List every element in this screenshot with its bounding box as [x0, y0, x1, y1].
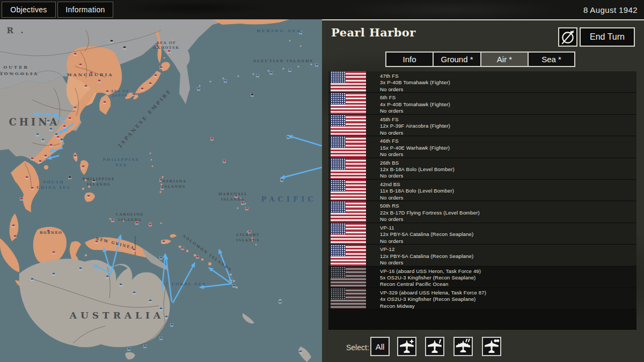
map-unit-marker[interactable]	[270, 71, 273, 73]
filter-dive-bomber-button[interactable]	[425, 337, 444, 356]
map-unit-marker[interactable]	[98, 79, 101, 82]
map-unit-marker[interactable]	[123, 46, 126, 48]
map-unit-marker[interactable]	[53, 272, 55, 275]
map-unit-marker[interactable]	[26, 176, 28, 178]
filter-level-bomber-button[interactable]	[453, 337, 473, 356]
unit-row[interactable]: 47th FS3x P-40B Tomahawk (Fighter)No ord…	[328, 71, 636, 93]
map-unit-marker[interactable]	[74, 106, 77, 108]
world-map[interactable]: R .OUTERMONGOLIAMANCHURIACHINASEA OFJAPA…	[0, 19, 322, 362]
unit-row[interactable]: 46th FS15x P-40E Warhawk (Fighter)No ord…	[328, 136, 636, 158]
map-unit-marker[interactable]	[85, 85, 87, 87]
map-marker-label	[74, 55, 77, 56]
map-marker-label	[143, 348, 147, 348]
unit-row[interactable]: VP-1212x PBY-5A Catalina (Recon Seaplane…	[328, 245, 636, 266]
map-unit-marker[interactable]	[79, 267, 82, 269]
map-unit-marker[interactable]	[120, 283, 122, 285]
map-unit-marker[interactable]	[160, 256, 163, 258]
map-unit-marker[interactable]	[168, 50, 171, 52]
map-unit-marker[interactable]	[31, 157, 34, 159]
map-unit-marker[interactable]	[211, 137, 214, 139]
map-unit-marker[interactable]	[144, 345, 147, 347]
map-unit-marker[interactable]	[39, 160, 42, 162]
map-unit-marker[interactable]	[160, 307, 163, 309]
map-unit-marker[interactable]	[163, 240, 165, 242]
map-unit-marker[interactable]	[251, 93, 254, 95]
map-unit-marker[interactable]	[181, 247, 184, 249]
objectives-button[interactable]: Objectives	[2, 2, 56, 18]
map-unit-marker[interactable]	[128, 348, 130, 350]
map-unit-marker[interactable]	[196, 255, 199, 257]
map-unit-marker[interactable]	[141, 87, 144, 90]
map-unit-marker[interactable]	[112, 219, 114, 221]
map-unit-marker[interactable]	[281, 179, 283, 181]
map-unit-marker[interactable]	[279, 300, 282, 302]
tab-air[interactable]: Air *	[480, 51, 529, 67]
map-unit-marker[interactable]	[160, 337, 163, 339]
map-unit-marker[interactable]	[106, 275, 109, 277]
unit-row[interactable]: 45th FS12x P-39F Airacobra (Fighter)No o…	[328, 115, 636, 136]
unit-row[interactable]: VP-329 (aboard USS Helena, Task Force 87…	[328, 288, 636, 309]
map-unit-marker[interactable]	[111, 40, 113, 42]
map-unit-marker[interactable]	[50, 128, 53, 130]
map-unit-marker[interactable]	[74, 53, 77, 55]
information-button[interactable]: Information	[57, 2, 113, 18]
map-unit-marker[interactable]	[20, 197, 23, 200]
map-unit-marker[interactable]	[55, 133, 58, 135]
map-unit-marker[interactable]	[299, 350, 302, 352]
map-unit-marker[interactable]	[87, 195, 90, 197]
map-unit-marker[interactable]	[197, 87, 200, 90]
tab-info[interactable]: Info	[385, 51, 434, 67]
map-unit-marker[interactable]	[50, 144, 53, 146]
map-unit-marker[interactable]	[246, 207, 248, 209]
map-unit-marker[interactable]	[36, 133, 39, 135]
map-unit-marker[interactable]	[233, 284, 236, 286]
map-unit-marker[interactable]	[14, 235, 17, 237]
tab-ground[interactable]: Ground *	[433, 51, 481, 67]
skip-turn-button[interactable]	[558, 27, 577, 47]
map-unit-marker[interactable]	[149, 299, 152, 301]
map-unit-marker[interactable]	[257, 74, 259, 76]
map-unit-marker[interactable]	[224, 79, 227, 82]
end-turn-button[interactable]: End Turn	[580, 27, 635, 47]
unit-row[interactable]: 42nd BS11x B-18A Bolo (Level Bomber)No o…	[328, 180, 636, 201]
map-unit-marker[interactable]	[241, 202, 244, 204]
unit-row[interactable]: VP-16 (aboard USS Heron, Task Force 49)5…	[328, 267, 636, 288]
select-all-button[interactable]: All	[370, 337, 390, 356]
filter-recon-seaplane-button[interactable]	[482, 337, 501, 356]
map-unit-marker[interactable]	[61, 138, 63, 141]
map-unit-marker[interactable]	[42, 138, 45, 141]
map-unit-marker[interactable]	[106, 90, 109, 92]
unit-row[interactable]: 50th RS22x B-17D Flying Fortress (Level …	[328, 201, 636, 223]
map-unit-marker[interactable]	[104, 101, 106, 103]
map-unit-marker[interactable]	[316, 63, 318, 65]
map-unit-marker[interactable]	[63, 125, 66, 127]
map-unit-marker[interactable]	[155, 74, 157, 76]
map-unit-marker[interactable]	[289, 69, 291, 71]
map-unit-marker[interactable]	[133, 93, 136, 95]
map-unit-marker[interactable]	[82, 165, 85, 167]
map-unit-marker[interactable]	[133, 291, 136, 293]
map-unit-marker[interactable]	[160, 66, 163, 68]
map-unit-marker[interactable]	[171, 323, 173, 326]
tab-sea[interactable]: Sea *	[528, 51, 575, 67]
map-unit-marker[interactable]	[149, 223, 152, 225]
unit-name: 6th FS	[380, 94, 450, 101]
map-unit-marker[interactable]	[149, 82, 152, 84]
map-unit-marker[interactable]	[223, 160, 226, 162]
filter-fighter-button[interactable]	[397, 337, 416, 356]
map-unit-marker[interactable]	[31, 187, 34, 189]
map-unit-marker[interactable]	[45, 154, 47, 157]
map-unit-marker[interactable]	[74, 154, 77, 157]
unit-row[interactable]: VP-1112x PBY-5A Catalina (Recon Seaplane…	[328, 223, 636, 245]
map-unit-marker[interactable]	[165, 315, 168, 317]
map-marker-label	[149, 85, 152, 85]
map-unit-marker[interactable]	[79, 63, 82, 65]
map-unit-marker[interactable]	[12, 224, 15, 226]
map-unit-marker[interactable]	[31, 278, 34, 280]
map-unit-marker[interactable]	[69, 176, 71, 178]
unit-row[interactable]: 6th FS4x P-40B Tomahawk (Fighter)No orde…	[328, 93, 636, 114]
unit-row[interactable]: 26th BS12x B-18A Bolo (Level Bomber)No o…	[328, 158, 636, 180]
map-marker-label	[135, 224, 138, 225]
map-unit-marker[interactable]	[69, 117, 71, 119]
map-unit-marker[interactable]	[53, 251, 55, 253]
